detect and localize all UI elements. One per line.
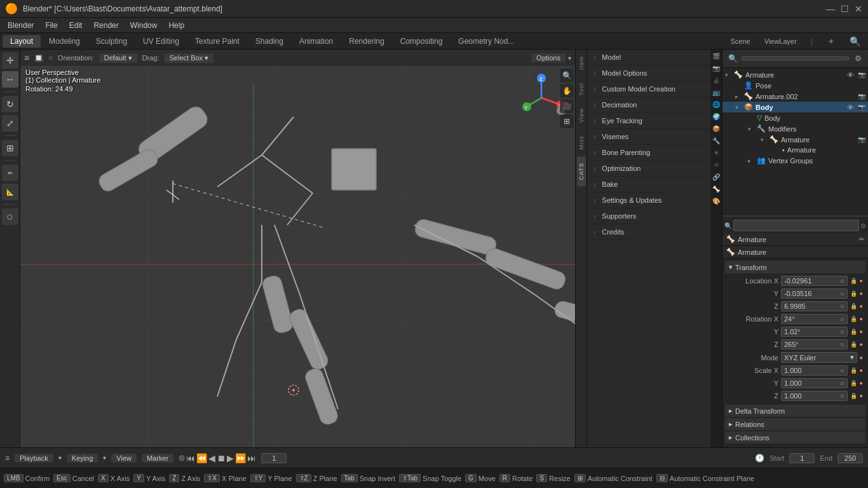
stop-btn[interactable]: ⏹ — [217, 453, 226, 463]
mode-selector[interactable]: XYZ Euler ▾ — [781, 352, 857, 363]
options-chevron[interactable]: ▾ — [568, 55, 571, 62]
start-frame-input[interactable]: 1 — [789, 453, 815, 463]
menu-edit[interactable]: Edit — [64, 20, 88, 31]
tree-item-armature[interactable]: ▾ 🦴 Armature 👁 📷 — [722, 69, 868, 80]
body-render-icon[interactable]: 📷 — [858, 104, 865, 111]
keyframe-indicator[interactable] — [179, 455, 185, 461]
zoom-in-icon[interactable]: 🔍 — [560, 69, 574, 83]
menu-file[interactable]: File — [40, 20, 62, 31]
cats-menu-model-options[interactable]: › Model Options — [587, 65, 710, 81]
cats-menu-optimization[interactable]: › Optimization — [587, 161, 710, 177]
delta-transform-header[interactable]: ▸ Delta Transform — [725, 405, 865, 417]
props-material-icon[interactable]: 🎨 — [711, 196, 721, 206]
toolbar-scale-btn[interactable]: ⤢ — [2, 115, 18, 132]
cats-menu-custom-model[interactable]: › Custom Model Creation — [587, 81, 710, 97]
menu-blender[interactable]: Blender — [3, 20, 39, 31]
menu-help[interactable]: Help — [163, 20, 189, 31]
cats-menu-eye-tracking[interactable]: › Eye Tracking — [587, 113, 710, 129]
cats-menu-credits[interactable]: › Credits — [587, 224, 710, 240]
props-options-btn[interactable]: ⚙ — [851, 52, 864, 65]
current-frame-input[interactable]: 1 — [261, 453, 287, 463]
timeline-menu-icon[interactable]: ≡ — [5, 454, 10, 463]
toolbar-annotate-btn[interactable]: ✏ — [2, 165, 18, 181]
location-y-value[interactable]: -0.03516 ⊙ — [781, 288, 848, 299]
menu-render[interactable]: Render — [88, 20, 123, 31]
props-view-layer-icon[interactable]: 📺 — [711, 87, 721, 97]
props-object-icon[interactable]: 📦 — [711, 123, 721, 133]
tree-item-armature-mod[interactable]: ▾ 🦴 Armature 📷 — [722, 134, 868, 145]
tree-item-modifiers[interactable]: ▾ 🔧 Modifiers — [722, 123, 868, 134]
tab-layout[interactable]: Layout — [3, 35, 41, 48]
viewlayer-selector[interactable]: ViewLayer — [759, 36, 802, 46]
drag-selector[interactable]: Select Box ▾ — [165, 53, 214, 63]
cats-menu-decimation[interactable]: › Decimation — [587, 97, 710, 113]
step-forward-btn[interactable]: ⏩ — [235, 453, 246, 463]
maximize-button[interactable]: ☐ — [840, 4, 849, 13]
collections-header[interactable]: ▸ Collections — [725, 431, 865, 444]
active-object-edit-icon[interactable]: ✏ — [859, 236, 864, 243]
armature002-icon[interactable]: 📷 — [858, 93, 865, 100]
transform-section-header[interactable]: ▾ Transform — [725, 261, 865, 273]
cats-menu-visemes[interactable]: › Visemes — [587, 129, 710, 145]
props-constraints-icon[interactable]: 🔗 — [711, 172, 721, 182]
minimize-button[interactable]: — — [826, 4, 835, 13]
pan-icon[interactable]: ✋ — [560, 84, 574, 98]
toolbar-add-btn[interactable]: ⬡ — [2, 208, 18, 225]
tab-modeling[interactable]: Modeling — [41, 35, 88, 48]
options-button[interactable]: Options — [531, 53, 566, 62]
play-btn[interactable]: ▶ — [227, 453, 234, 463]
cats-menu-settings-updates[interactable]: › Settings & Updates — [587, 193, 710, 208]
side-tab-tool[interactable]: Tool — [577, 76, 586, 102]
rotation-y-value[interactable]: 1.02° ⊙ — [781, 327, 848, 337]
tree-item-armature-002[interactable]: ▸ 🦴 Armature.002 📷 — [722, 91, 868, 102]
tab-animation[interactable]: Animation — [292, 35, 341, 48]
tab-compositing[interactable]: Compositing — [393, 35, 451, 48]
props-scene-icon[interactable]: 🎬 — [711, 51, 721, 61]
camera-icon[interactable]: 🎥 — [560, 99, 574, 113]
grid-icon[interactable]: ⊞ — [560, 114, 574, 128]
tab-texture-paint[interactable]: Texture Paint — [187, 35, 247, 48]
viewport-menu-icon[interactable]: ≡ — [24, 53, 29, 63]
side-tab-item[interactable]: Item — [577, 50, 586, 76]
cats-menu-supporters[interactable]: › Supporters — [587, 208, 710, 224]
keying-btn[interactable]: Keying — [67, 454, 98, 463]
jump-end-btn[interactable]: ⏭ — [247, 453, 256, 463]
props-particles-icon[interactable]: ✳ — [711, 147, 721, 158]
scale-z-value[interactable]: 1.000 ⊙ — [781, 391, 848, 401]
armature-eye-icon[interactable]: 👁 — [847, 71, 854, 79]
tab-sculpting[interactable]: Sculpting — [88, 35, 135, 48]
props-scene-settings-icon[interactable]: 🌐 — [711, 99, 721, 109]
props-filter-icon[interactable]: ⚙ — [860, 222, 866, 229]
menu-window[interactable]: Window — [125, 20, 163, 31]
toolbar-transform-btn[interactable]: ⊞ — [2, 140, 18, 156]
add-workspace-button[interactable]: ＋ — [822, 34, 841, 48]
props-modifier-icon[interactable]: 🔧 — [711, 135, 721, 146]
rotation-x-value[interactable]: 24° ⊙ — [781, 314, 848, 324]
rotation-z-value[interactable]: 265° ⊙ — [781, 339, 848, 349]
props-output-icon[interactable]: 🖨 — [711, 75, 721, 85]
tree-item-body-mesh[interactable]: ▽ Body — [722, 112, 868, 123]
location-z-value[interactable]: 6.9985 ⊙ — [781, 301, 848, 311]
end-frame-input[interactable]: 250 — [837, 453, 863, 463]
step-back-btn[interactable]: ⏪ — [196, 453, 207, 463]
location-x-value[interactable]: -0.02961 ⊙ — [781, 276, 848, 286]
tab-shading[interactable]: Shading — [248, 35, 291, 48]
tab-geometry-nodes[interactable]: Geometry Nod... — [451, 35, 522, 48]
marker-btn[interactable]: Marker — [142, 454, 173, 463]
scale-y-value[interactable]: 1.000 ⊙ — [781, 378, 848, 388]
jump-start-btn[interactable]: ⏮ — [186, 453, 195, 463]
tab-rendering[interactable]: Rendering — [341, 35, 391, 48]
properties-search-input[interactable] — [733, 220, 859, 231]
toolbar-rotate-btn[interactable]: ↻ — [2, 96, 18, 112]
view-btn[interactable]: View — [111, 454, 137, 463]
side-tab-cats[interactable]: CATS — [577, 156, 586, 186]
scene-selector[interactable]: Scene — [726, 36, 756, 46]
orientation-selector[interactable]: Default ▾ — [99, 53, 137, 63]
props-physics-icon[interactable]: ⚛ — [711, 159, 721, 170]
cats-menu-model[interactable]: › Model — [587, 50, 710, 65]
props-data-icon[interactable]: 🦴 — [711, 184, 721, 194]
toolbar-move-btn[interactable]: ↔ — [2, 71, 18, 88]
side-tab-view[interactable]: View — [577, 102, 586, 129]
props-search-field[interactable] — [742, 57, 849, 60]
toolbar-cursor-btn[interactable]: ✛ — [2, 52, 18, 69]
